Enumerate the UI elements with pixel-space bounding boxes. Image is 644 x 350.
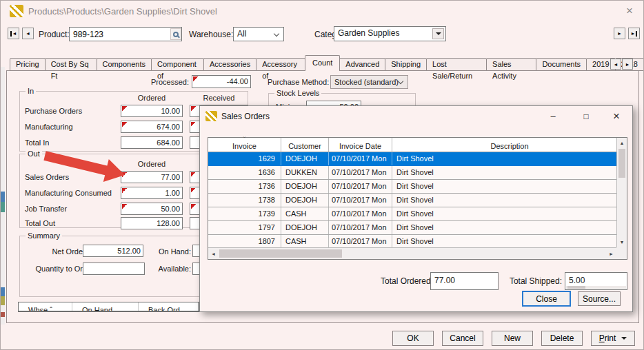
- cell: 1629: [208, 152, 281, 165]
- background-window-sliver: [1, 192, 5, 202]
- scroll-left-icon[interactable]: ◄: [208, 248, 219, 259]
- tab-lost-sale-return[interactable]: Lost Sale/Return: [426, 58, 487, 71]
- tab-accessories[interactable]: Accessories: [203, 58, 256, 71]
- close-dialog-button[interactable]: ×: [606, 110, 627, 123]
- dropdown-button[interactable]: [432, 28, 444, 39]
- tab-documents[interactable]: Documents: [536, 58, 587, 71]
- product-input[interactable]: [69, 27, 182, 41]
- mini-scrollbar[interactable]: [566, 286, 626, 289]
- warehouse-select[interactable]: All: [233, 27, 284, 41]
- delete-button[interactable]: Delete: [541, 331, 583, 346]
- cell: 1739: [208, 207, 281, 220]
- category-select[interactable]: Garden Supplies: [334, 26, 446, 41]
- tab-strip: PricingCost By Sq FtComponentsComponent …: [10, 55, 643, 71]
- scrollbar-thumb[interactable]: [618, 149, 625, 178]
- sales-order-row[interactable]: 1629DOEJOH07/10/2017 MonDirt Shovel: [208, 152, 616, 166]
- cell: Dirt Shovel: [392, 152, 616, 165]
- description-column-header[interactable]: Description: [392, 138, 627, 152]
- previous-record-button[interactable]: ◄: [22, 28, 34, 39]
- new-button[interactable]: New: [492, 331, 533, 346]
- cell: CASH: [281, 207, 329, 220]
- value: 77.00: [434, 276, 455, 285]
- sales-order-row[interactable]: 1797DOEJOH07/10/2017 MonDirt Shovel: [208, 221, 616, 235]
- footer-button-bar: OKCancelNewDeletePrint: [392, 331, 635, 346]
- ok-button[interactable]: OK: [392, 331, 434, 346]
- header-label: Invoice Date: [339, 142, 381, 150]
- first-record-button[interactable]: ◄: [8, 28, 19, 39]
- next-record-icon: ►: [617, 31, 622, 36]
- cancel-button[interactable]: Cancel: [442, 331, 483, 346]
- sales-order-row[interactable]: 1738DOEJOH07/10/2017 MonDirt Shovel: [208, 194, 616, 207]
- close-button[interactable]: Close: [522, 291, 571, 307]
- tab-count[interactable]: Count: [305, 55, 340, 71]
- main-window: Products\Products\Garden Supplies\Dirt S…: [0, 0, 644, 350]
- cell: 1797: [208, 221, 281, 234]
- previous-record-icon: ◄: [26, 31, 30, 36]
- app-icon: [205, 111, 217, 121]
- total-shipped-field[interactable]: 5.00: [565, 272, 627, 290]
- tab-scroll-left-button[interactable]: ◄: [610, 59, 621, 70]
- tab-sales-activity[interactable]: Sales Activity: [486, 58, 536, 71]
- background-window-sliver: [1, 296, 5, 305]
- tab-pricing[interactable]: Pricing: [10, 58, 46, 71]
- total-ordered-label: Total Ordered:: [374, 276, 433, 286]
- background-window-sliver: [1, 287, 5, 296]
- sales-order-row[interactable]: 1739CASH07/10/2017 MonDirt Shovel: [208, 207, 616, 221]
- maximize-button[interactable]: □: [576, 110, 596, 123]
- dialog-title: Sales Orders: [221, 112, 270, 121]
- cell: DOEJOH: [281, 221, 329, 234]
- window-title: Products\Products\Garden Supplies\Dirt S…: [28, 6, 217, 17]
- close-window-button[interactable]: ×: [621, 4, 638, 18]
- scrollbar-corner: [616, 247, 627, 259]
- cell: 07/10/2017 Mon: [329, 152, 392, 165]
- customer-column-header[interactable]: Customer: [281, 138, 329, 152]
- tab-scroll-right-button[interactable]: ►: [622, 59, 633, 70]
- invoice-column-header[interactable]: ˇ Invoice: [208, 138, 281, 152]
- product-label: Product:: [39, 30, 70, 39]
- sales-orders-table: ˇ Invoice Customer Invoice Date Descript…: [208, 137, 627, 260]
- sales-order-row[interactable]: 1636DUKKEN07/10/2017 MonDirt Shovel: [208, 166, 616, 180]
- first-record-icon: ◄: [12, 31, 17, 36]
- table-header-row: ˇ Invoice Customer Invoice Date Descript…: [208, 138, 627, 152]
- tab-component-of[interactable]: Component of: [151, 58, 204, 71]
- tab-shipping[interactable]: Shipping: [385, 58, 427, 71]
- print-menu-arrow-icon: [621, 337, 627, 340]
- cell: CASH: [281, 235, 329, 247]
- tab-components[interactable]: Components: [97, 58, 152, 71]
- tab-cost-by-sq-ft[interactable]: Cost By Sq Ft: [45, 58, 97, 71]
- magnifier-icon: [173, 32, 179, 37]
- background-window-sliver: [1, 202, 5, 212]
- cell: Dirt Shovel: [392, 235, 616, 247]
- print-button[interactable]: Print: [591, 331, 635, 346]
- cell: 1636: [208, 166, 281, 179]
- scrollbar-thumb[interactable]: [219, 249, 342, 258]
- scroll-up-icon[interactable]: ▲: [617, 138, 627, 148]
- sales-orders-dialog: Sales Orders – □ × ˇ Invoice Customer In…: [199, 105, 633, 312]
- header-label: Description: [490, 142, 528, 150]
- cell: Dirt Shovel: [392, 221, 616, 234]
- minimize-button[interactable]: –: [543, 110, 563, 123]
- product-search-button[interactable]: [170, 28, 181, 40]
- table-body: 1629DOEJOH07/10/2017 MonDirt Shovel1636D…: [208, 152, 616, 247]
- total-shipped-label: Total Shipped:: [504, 276, 562, 286]
- invoice-date-column-header[interactable]: Invoice Date: [329, 138, 392, 152]
- source-button[interactable]: Source...: [578, 291, 621, 306]
- next-record-button[interactable]: ►: [614, 28, 625, 39]
- value: 5.00: [569, 276, 585, 285]
- tab-advanced[interactable]: Advanced: [339, 58, 385, 71]
- cell: 1736: [208, 180, 281, 193]
- scroll-down-icon[interactable]: ▼: [617, 237, 627, 247]
- cell: DOEJOH: [281, 194, 329, 207]
- dropdown-arrow-icon: [436, 32, 441, 35]
- cell: Dirt Shovel: [392, 166, 616, 179]
- horizontal-scrollbar[interactable]: ◄ ►: [208, 247, 616, 259]
- last-record-button[interactable]: ►: [628, 28, 640, 39]
- main-titlebar: Products\Products\Garden Supplies\Dirt S…: [1, 1, 644, 21]
- scroll-right-icon[interactable]: ►: [606, 248, 616, 259]
- tab-accessory-of[interactable]: Accessory of: [256, 58, 305, 71]
- vertical-scrollbar[interactable]: ▲ ▼: [616, 138, 627, 247]
- cell: 07/10/2017 Mon: [329, 207, 392, 220]
- cell: 07/10/2017 Mon: [329, 221, 392, 234]
- sales-order-row[interactable]: 1807CASH07/10/2017 MonDirt Shovel: [208, 235, 616, 247]
- sales-order-row[interactable]: 1736DOEJOH07/10/2017 MonDirt Shovel: [208, 180, 616, 194]
